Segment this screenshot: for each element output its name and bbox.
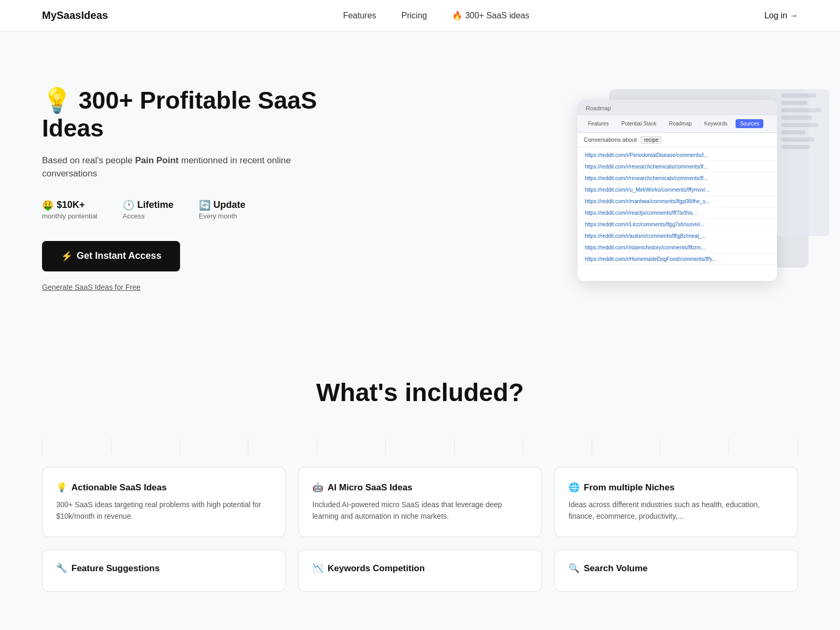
list-item: https://reddit.com/r/manhwa/comments/lfg…: [578, 196, 777, 207]
mockup-side-inner: [777, 89, 830, 156]
stat-update: 🔄 Update Every month: [199, 200, 246, 220]
card-niches-title: 🌐 From multiple Niches: [569, 482, 784, 493]
mockup-header-label: Roadmap: [586, 105, 611, 111]
cta-icon: ⚡: [61, 250, 72, 262]
grid-line: [385, 438, 386, 454]
stat-update-icon: 🔄: [199, 200, 211, 211]
nav-features[interactable]: Features: [343, 11, 376, 20]
card-actionable-saas: 💡 Actionable SaaS Ideas 300+ SaaS ideas …: [42, 467, 286, 537]
mockup-search-bar: Conversations about recipe: [578, 133, 777, 148]
card-suggestions-title: 🔧 Feature Suggestions: [56, 563, 271, 574]
grid-line: [317, 438, 317, 454]
card-ai-title: 🤖 AI Micro SaaS Ideas: [312, 482, 528, 493]
card-actionable-title: 💡 Actionable SaaS Ideas: [56, 482, 271, 493]
card-keywords-title: 📉 Keywords Competition: [312, 563, 528, 574]
grid-lines-top: [42, 438, 798, 454]
stat-lifetime-icon: 🕐: [123, 200, 134, 211]
navbar: MySaasIdeas Features Pricing 🔥 300+ SaaS…: [0, 0, 840, 32]
search-tag: recipe: [640, 136, 662, 144]
hero-section: 💡 300+ Profitable SaaS Ideas Based on re…: [0, 32, 840, 336]
mockup-main-card: Roadmap Features Potential Stack Roadmap…: [578, 100, 777, 281]
hero-subtitle: Based on real's people Pain Point mentio…: [42, 154, 336, 181]
grid-line: [660, 438, 660, 454]
nav-saas-ideas[interactable]: 🔥 300+ SaaS ideas: [452, 10, 529, 20]
subtitle-before: Based on real's people: [42, 155, 135, 165]
tab-keywords[interactable]: Keywords: [700, 119, 732, 128]
card-feature-suggestions: 🔧 Feature Suggestions: [42, 550, 286, 592]
card-actionable-desc: 300+ SaaS ideas targeting real problems …: [56, 499, 271, 522]
card-actionable-icon: 💡: [56, 482, 67, 493]
feature-cards-grid: 💡 Actionable SaaS Ideas 300+ SaaS ideas …: [42, 467, 798, 537]
list-item: https://reddit.com/r/islamichistory/comm…: [578, 242, 777, 254]
grid-line: [180, 438, 180, 454]
free-link[interactable]: Generate SaaS Ideas for Free: [42, 283, 336, 291]
grid-line: [592, 438, 592, 454]
site-logo[interactable]: MySaasIdeas: [42, 9, 108, 22]
search-label: Conversations about: [584, 136, 637, 143]
grid-line: [797, 438, 798, 454]
hero-mockup: Roadmap Features Potential Stack Roadmap…: [578, 89, 798, 289]
hero-title: 💡 300+ Profitable SaaS Ideas: [42, 87, 336, 142]
card-ai-desc: Included AI-powered micro SaaS ideas tha…: [312, 499, 528, 522]
card-niches-desc: Ideas across different industries such a…: [569, 499, 784, 522]
card-ai-icon: 🤖: [312, 482, 323, 493]
stat-revenue-label: monthly pontential: [42, 212, 98, 220]
list-item: https://reddit.com/r/u_MirkWorks/comment…: [578, 184, 777, 196]
stat-revenue-value: 🤑 $10K+: [42, 200, 98, 211]
nav-pricing[interactable]: Pricing: [402, 11, 427, 20]
card-search-volume: 🔍 Search Volume: [554, 550, 798, 592]
stat-lifetime: 🕐 Lifetime Access: [123, 200, 174, 220]
feature-cards-bottom-grid: 🔧 Feature Suggestions 📉 Keywords Competi…: [42, 550, 798, 592]
whats-included-section: What's included? 💡 Actionable SaaS Ideas…: [0, 336, 840, 623]
grid-line: [454, 438, 455, 454]
list-item: https://reddit.com/r/reactjs/comments/lf…: [578, 207, 777, 219]
stat-update-label: Every month: [199, 212, 246, 220]
grid-line: [111, 438, 111, 454]
card-search-volume-title: 🔍 Search Volume: [569, 563, 784, 574]
tab-sources[interactable]: Sources: [736, 119, 763, 128]
list-item: https://reddit.com/r/autism/comments/lff…: [578, 230, 777, 242]
stat-revenue: 🤑 $10K+ monthly pontential: [42, 200, 98, 220]
stat-update-value: 🔄 Update: [199, 200, 246, 211]
list-item: https://reddit.com/r/Linz/comments/lfgg7…: [578, 219, 777, 230]
stat-lifetime-value: 🕐 Lifetime: [123, 200, 174, 211]
stat-revenue-icon: 🤑: [42, 200, 54, 211]
mockup-tabs: Features Potential Stack Roadmap Keyword…: [578, 115, 777, 133]
card-keywords-icon: 📉: [312, 563, 323, 574]
stat-lifetime-label: Access: [123, 212, 174, 220]
list-item: https://reddit.com/r/researchchemicals/c…: [578, 173, 777, 184]
card-keywords-competition: 📉 Keywords Competition: [298, 550, 542, 592]
mockup-container: Roadmap Features Potential Stack Roadmap…: [578, 89, 798, 289]
list-item: https://reddit.com/r/HomemadeDogFood/com…: [578, 254, 777, 265]
grid-line: [523, 438, 523, 454]
card-suggestions-icon: 🔧: [56, 563, 67, 574]
nav-links: Features Pricing 🔥 300+ SaaS ideas: [343, 10, 529, 20]
mockup-link-list: https://reddit.com/r/PeriodontalDisease/…: [578, 148, 777, 267]
grid-line: [42, 438, 43, 454]
grid-line: [729, 438, 729, 454]
mockup-header: Roadmap: [578, 100, 777, 115]
list-item: https://reddit.com/r/researchchemicals/c…: [578, 161, 777, 173]
card-multiple-niches: 🌐 From multiple Niches Ideas across diff…: [554, 467, 798, 537]
card-search-volume-icon: 🔍: [569, 563, 580, 574]
tab-features[interactable]: Features: [584, 119, 613, 128]
card-ai-micro-saas: 🤖 AI Micro SaaS Ideas Included AI-powere…: [298, 467, 542, 537]
grid-decoration: [42, 438, 798, 454]
subtitle-highlight: Pain Point: [135, 155, 178, 165]
cta-button[interactable]: ⚡ Get Instant Access: [42, 241, 180, 271]
grid-line: [248, 438, 248, 454]
hero-left: 💡 300+ Profitable SaaS Ideas Based on re…: [42, 87, 336, 291]
list-item: https://reddit.com/r/PeriodontalDisease/…: [578, 150, 777, 161]
tab-potential-stack[interactable]: Potential Stack: [617, 119, 660, 128]
cta-label: Get Instant Access: [77, 250, 161, 261]
login-button[interactable]: Log in →: [764, 11, 798, 20]
section-title: What's included?: [42, 378, 798, 407]
mockup-side-fragment: [777, 89, 830, 236]
card-niches-icon: 🌐: [569, 482, 580, 493]
tab-roadmap[interactable]: Roadmap: [665, 119, 696, 128]
hero-stats: 🤑 $10K+ monthly pontential 🕐 Lifetime Ac…: [42, 200, 336, 220]
